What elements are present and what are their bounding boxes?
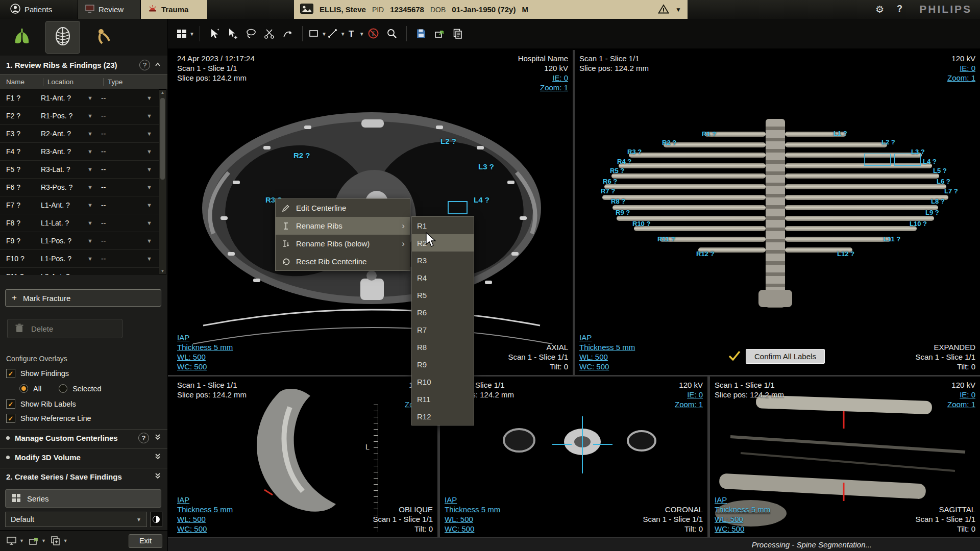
context-menu-item[interactable]: Edit Centerline <box>276 199 410 217</box>
table-row[interactable]: F2 ?R1-Pos. ?▼--▼ <box>0 107 159 125</box>
text-annotation-tool-icon[interactable]: T▼ <box>346 23 364 44</box>
rib-label[interactable]: L2 ? <box>440 137 456 145</box>
wc-link[interactable]: WC: 500 <box>715 524 770 534</box>
export-icon[interactable] <box>430 23 449 44</box>
rib-label[interactable]: R11 ? <box>657 235 675 243</box>
rib-label[interactable]: R2 ? <box>293 151 310 160</box>
thickness-link[interactable]: Thickness 5 mm <box>579 342 635 352</box>
patient-banner[interactable]: ELLIS, Steve PID 12345678 DOB 01-Jan-195… <box>294 0 688 19</box>
mark-fracture-button[interactable]: + Mark Fracture <box>5 289 161 307</box>
context-menu-item[interactable]: Rename Ribs (below)› <box>276 235 410 253</box>
chevron-down-icon[interactable]: ▼ <box>87 202 93 208</box>
help-icon[interactable]: ? <box>897 4 902 14</box>
finding-location-dropdown[interactable]: R3-Pos. ?▼ <box>37 183 97 191</box>
rib-label[interactable]: L5 ? <box>933 167 947 174</box>
submenu-item-r12[interactable]: R12 <box>412 408 474 425</box>
chevron-down-icon[interactable]: ▼ <box>146 113 152 119</box>
expand-double-chevron-icon[interactable] <box>154 453 161 462</box>
rib-label[interactable]: R10 ? <box>632 220 650 228</box>
show-findings-checkbox[interactable]: ✓ Show Findings <box>6 369 69 378</box>
wc-link[interactable]: WC: 500 <box>177 362 233 371</box>
table-scrollbar[interactable]: ▲ ▼ <box>159 89 166 275</box>
chevron-down-icon[interactable]: ▼ <box>87 95 93 101</box>
rib-selection-box[interactable] <box>864 154 891 166</box>
section-modify-3d-volume[interactable]: Modify 3D Volume <box>0 448 167 466</box>
ie-link[interactable]: IE: 0 <box>518 73 568 83</box>
hide-annotations-icon[interactable]: T <box>364 23 383 44</box>
submenu-item-r5[interactable]: R5 <box>412 286 474 304</box>
table-row[interactable]: F4 ?R3-Ant. ?▼--▼ <box>0 143 159 161</box>
measure-line-tool-icon[interactable]: ▼ <box>327 23 346 44</box>
save-icon[interactable] <box>412 23 430 44</box>
thickness-link[interactable]: Thickness 5 mm <box>177 505 233 514</box>
table-row[interactable]: F3 ?R2-Ant. ?▼--▼ <box>0 125 159 143</box>
lasso-tool-icon[interactable] <box>242 23 260 44</box>
iap-link[interactable]: IAP <box>177 333 233 342</box>
radio-all[interactable] <box>19 384 28 393</box>
chevron-down-icon[interactable]: ▼ <box>87 256 93 262</box>
chevron-down-icon[interactable]: ▼ <box>146 95 152 101</box>
checkbox-checked-icon[interactable]: ✓ <box>6 399 15 409</box>
chevron-down-icon[interactable]: ▼ <box>146 273 152 275</box>
rib-selection-box[interactable] <box>894 154 921 166</box>
thickness-link[interactable]: Thickness 5 mm <box>177 342 233 352</box>
finding-type-dropdown[interactable]: --▼ <box>97 237 159 245</box>
rib-label[interactable]: L4 ? <box>474 195 489 204</box>
finding-type-dropdown[interactable]: --▼ <box>97 94 159 102</box>
rib-label[interactable]: L7 ? <box>944 187 958 195</box>
tab-trauma[interactable]: Trauma <box>141 0 207 19</box>
finding-type-dropdown[interactable]: --▼ <box>97 272 159 275</box>
chevron-down-icon[interactable]: ▼ <box>146 202 152 208</box>
finding-type-dropdown[interactable]: --▼ <box>97 112 159 120</box>
rib-label[interactable]: R6 ? <box>603 178 617 185</box>
zoom-link[interactable]: Zoom: 1 <box>518 83 568 92</box>
wl-link[interactable]: WL: 500 <box>177 352 233 362</box>
submenu-item-r9[interactable]: R9 <box>412 356 474 373</box>
section-manage-centerlines[interactable]: Manage Custom Centerlines ? <box>0 429 167 446</box>
ie-link[interactable]: IE: 0 <box>947 63 975 73</box>
thickness-link[interactable]: Thickness 5 mm <box>445 505 500 514</box>
chevron-down-icon[interactable]: ▼ <box>87 131 93 137</box>
table-row[interactable]: F9 ?L1-Pos. ?▼--▼ <box>0 232 159 250</box>
section-review-ribs-header[interactable]: 1. Review Ribs & Findings (23) ? <box>0 57 167 73</box>
tab-review[interactable]: Review <box>78 0 141 19</box>
submenu-item-r4[interactable]: R4 <box>412 269 474 286</box>
wc-link[interactable]: WC: 500 <box>177 524 233 534</box>
chevron-down-icon[interactable]: ▼ <box>146 256 152 262</box>
ie-link[interactable]: IE: 0 <box>675 390 703 399</box>
dropdown-caret-icon[interactable]: ▼ <box>340 31 346 37</box>
cut-tool-icon[interactable] <box>260 23 279 44</box>
rib-label[interactable]: L9 ? <box>925 209 939 216</box>
contour-tool-icon[interactable] <box>279 23 297 44</box>
finding-location-dropdown[interactable]: L1-Lat. ?▼ <box>37 219 97 227</box>
finding-type-dropdown[interactable]: --▼ <box>97 183 159 191</box>
table-row[interactable]: F1 ?R1-Ant. ?▼--▼ <box>0 89 159 107</box>
radio-selected[interactable] <box>59 384 67 393</box>
rib-label[interactable]: R4 ? <box>617 158 631 165</box>
iap-link[interactable]: IAP <box>579 333 635 342</box>
chevron-down-icon[interactable]: ▼ <box>87 273 93 275</box>
table-row[interactable]: F5 ?R3-Lat. ?▼--▼ <box>0 161 159 179</box>
copy-series-icon[interactable]: ▼ <box>49 534 69 547</box>
layout-grid-icon[interactable]: ▼ <box>176 23 194 44</box>
zoom-link[interactable]: Zoom: 1 <box>947 73 975 83</box>
screen-capture-icon[interactable]: ▼ <box>5 534 25 547</box>
finding-location-dropdown[interactable]: L1-Ant. ?▼ <box>37 201 97 209</box>
scroll-down-icon[interactable]: ▼ <box>159 268 166 274</box>
viewport-coronal[interactable]: Scan 1 - Slice 1/1 Slice pos: 124.2 mm 1… <box>440 377 707 537</box>
rib-label[interactable]: R12 ? <box>696 250 714 258</box>
finding-location-dropdown[interactable]: L2-Ant. ?▼ <box>37 272 97 275</box>
rib-selection-box[interactable] <box>448 201 468 214</box>
zoom-link[interactable]: Zoom: 1 <box>947 399 975 409</box>
banner-chevron-down-icon[interactable]: ▼ <box>675 6 681 13</box>
radio-selected-label[interactable]: Selected <box>72 385 101 393</box>
show-reference-line-checkbox[interactable]: ✓ Show Reference Line <box>6 414 91 423</box>
pointer-tool-icon[interactable] <box>205 23 224 44</box>
submenu-item-r2[interactable]: R2 <box>412 234 474 252</box>
finding-location-dropdown[interactable]: R3-Lat. ?▼ <box>37 165 97 173</box>
context-menu-item[interactable]: Rename Ribs› <box>276 217 410 235</box>
tab-patients[interactable]: Patients <box>3 0 59 19</box>
delete-button[interactable]: Delete <box>7 319 122 338</box>
iap-link[interactable]: IAP <box>715 495 770 505</box>
chevron-down-icon[interactable]: ▼ <box>87 220 93 226</box>
